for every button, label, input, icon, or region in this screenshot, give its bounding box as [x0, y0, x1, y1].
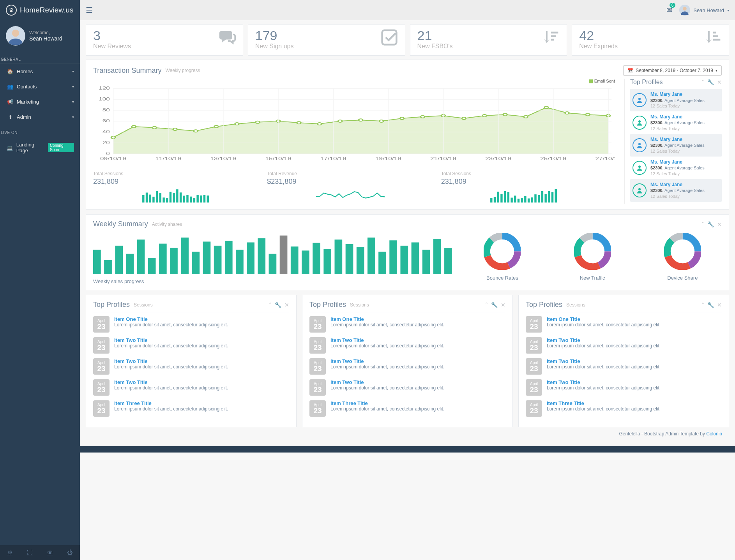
close-icon[interactable]: ✕ — [717, 302, 722, 308]
svg-point-30 — [173, 128, 177, 130]
svg-point-113 — [638, 120, 641, 123]
svg-text:19/10/19: 19/10/19 — [375, 157, 401, 161]
eye-icon[interactable]: 👁 — [40, 545, 60, 560]
profile-item[interactable]: Ms. Mary Jane$2300. Agent Avarage Sales1… — [630, 157, 722, 179]
svg-rect-99 — [514, 196, 516, 203]
svg-rect-109 — [548, 192, 550, 203]
chevron-up-icon[interactable]: ˄ — [485, 302, 488, 308]
chart-legend: Email Sent — [93, 79, 615, 83]
svg-point-112 — [638, 98, 641, 100]
profile-item[interactable]: Ms. Mary Jane$2300. Agent Avarage Sales1… — [630, 89, 722, 111]
wrench-icon[interactable]: 🔧 — [707, 221, 714, 227]
close-icon[interactable]: ✕ — [284, 302, 289, 308]
settings-icon[interactable]: ⚙ — [0, 545, 20, 560]
stat-tile[interactable]: 3New Reviews — [86, 24, 243, 56]
feed-item[interactable]: April23Item One TitleLorem ipsum dolor s… — [309, 316, 505, 333]
home-icon: 🏠 — [6, 69, 14, 74]
menu-toggle-icon[interactable]: ☰ — [86, 5, 93, 15]
feed-item[interactable]: April23Item Two TitleLorem ipsum dolor s… — [93, 337, 289, 354]
mail-icon[interactable]: ✉6 — [666, 6, 672, 14]
chevron-down-icon: ▾ — [72, 100, 74, 104]
sidebar-item-contacts[interactable]: 👥Contacts▾ — [0, 79, 80, 94]
weekly-chart — [93, 231, 455, 274]
svg-rect-82 — [176, 190, 178, 203]
brand-row[interactable]: HomeReview.us — [0, 0, 80, 20]
stat-tile[interactable]: 42New Expireds — [572, 24, 729, 56]
power-icon[interactable]: ⏻ — [60, 545, 80, 560]
date-range-button[interactable]: 📅 September 8, 2019 - October 7, 2019 ▾ — [623, 65, 722, 76]
feed-item[interactable]: April23Item Three TitleLorem ipsum dolor… — [309, 400, 505, 417]
svg-rect-11 — [713, 35, 718, 37]
close-icon[interactable]: ✕ — [501, 302, 505, 308]
footer-link[interactable]: Colorlib — [706, 431, 722, 437]
svg-rect-127 — [203, 242, 211, 275]
sidebar-item-marketing[interactable]: 📢Marketing▾ — [0, 94, 80, 109]
svg-text:15/10/19: 15/10/19 — [265, 157, 292, 161]
wrench-icon[interactable]: 🔧 — [707, 302, 714, 308]
svg-rect-122 — [148, 258, 156, 275]
users-icon: 👥 — [6, 84, 14, 90]
feed-item[interactable]: April23Item One TitleLorem ipsum dolor s… — [93, 316, 289, 333]
svg-text:40: 40 — [102, 130, 110, 134]
svg-rect-141 — [357, 247, 364, 274]
chevron-up-icon[interactable]: ˄ — [701, 221, 704, 227]
user-dropdown[interactable]: Sean Howard ▾ — [679, 5, 729, 16]
svg-rect-131 — [247, 243, 254, 275]
svg-rect-89 — [200, 195, 202, 203]
panel-subtitle: Weekly progress — [165, 68, 200, 73]
feed-item[interactable]: April23Item Two TitleLorem ipsum dolor s… — [93, 379, 289, 396]
close-icon[interactable]: ✕ — [717, 221, 722, 227]
svg-rect-118 — [104, 260, 112, 275]
svg-point-44 — [462, 117, 466, 120]
chevron-up-icon[interactable]: ˄ — [269, 302, 272, 308]
svg-text:100: 100 — [99, 97, 110, 101]
brand-name: HomeReview.us — [20, 6, 73, 14]
svg-point-116 — [638, 188, 641, 190]
feed-item[interactable]: April23Item Two TitleLorem ipsum dolor s… — [309, 379, 505, 396]
feed-item[interactable]: April23Item Two TitleLorem ipsum dolor s… — [526, 358, 722, 375]
calendar-badge: April23 — [309, 379, 326, 396]
sidebar-item-admin[interactable]: ⬆Admin▾ — [0, 109, 80, 125]
svg-rect-95 — [500, 194, 502, 203]
svg-rect-126 — [192, 252, 200, 274]
chevron-up-icon[interactable]: ˄ — [701, 79, 704, 85]
profile-item[interactable]: Ms. Mary Jane$2300. Agent Avarage Sales1… — [630, 111, 722, 134]
feed-item[interactable]: April23Item Two TitleLorem ipsum dolor s… — [309, 358, 505, 375]
svg-point-4 — [12, 30, 19, 37]
svg-rect-108 — [544, 194, 546, 203]
wrench-icon[interactable]: 🔧 — [275, 302, 281, 308]
svg-point-34 — [256, 121, 260, 123]
svg-rect-125 — [181, 238, 189, 274]
profile-item[interactable]: Ms. Mary Jane$2300. Agent Avarage Sales1… — [630, 179, 722, 202]
feed-item[interactable]: April23Item One TitleLorem ipsum dolor s… — [526, 316, 722, 333]
sidebar-item-landing-page[interactable]: 💻Landing PageComing Soon — [0, 137, 80, 158]
svg-rect-92 — [490, 198, 492, 203]
fullscreen-icon[interactable]: ⛶ — [20, 545, 40, 560]
feed-item[interactable]: April23Item Three TitleLorem ipsum dolor… — [526, 400, 722, 417]
calendar-badge: April23 — [526, 379, 542, 396]
svg-rect-110 — [551, 192, 553, 203]
caret-down-icon: ▾ — [716, 69, 717, 72]
svg-text:60: 60 — [102, 119, 110, 123]
svg-rect-76 — [156, 191, 158, 203]
wrench-icon[interactable]: 🔧 — [707, 79, 714, 85]
svg-rect-135 — [291, 247, 299, 274]
svg-rect-147 — [422, 250, 430, 275]
coming-soon-badge: Coming Soon — [48, 143, 74, 152]
feed-item[interactable]: April23Item Three TitleLorem ipsum dolor… — [93, 400, 289, 417]
transaction-panel: Transaction Summary Weekly progress 📅 Se… — [86, 60, 729, 210]
profile-item[interactable]: Ms. Mary Jane$2300. Agent Avarage Sales1… — [630, 134, 722, 157]
wrench-icon[interactable]: 🔧 — [491, 302, 498, 308]
svg-text:27/10/19: 27/10/19 — [595, 157, 615, 161]
sidebar-item-homes[interactable]: 🏠Homes▾ — [0, 64, 80, 79]
close-icon[interactable]: ✕ — [717, 79, 722, 85]
chevron-up-icon[interactable]: ˄ — [701, 302, 704, 308]
bullhorn-icon: 📢 — [6, 99, 14, 105]
feed-item[interactable]: April23Item Two TitleLorem ipsum dolor s… — [526, 337, 722, 354]
svg-rect-74 — [149, 195, 151, 203]
stat-tile[interactable]: 21New FSBO's — [410, 24, 567, 56]
stat-tile[interactable]: 179New Sign ups — [248, 24, 405, 56]
feed-item[interactable]: April23Item Two TitleLorem ipsum dolor s… — [309, 337, 505, 354]
feed-item[interactable]: April23Item Two TitleLorem ipsum dolor s… — [93, 358, 289, 375]
feed-item[interactable]: April23Item Two TitleLorem ipsum dolor s… — [526, 379, 722, 396]
